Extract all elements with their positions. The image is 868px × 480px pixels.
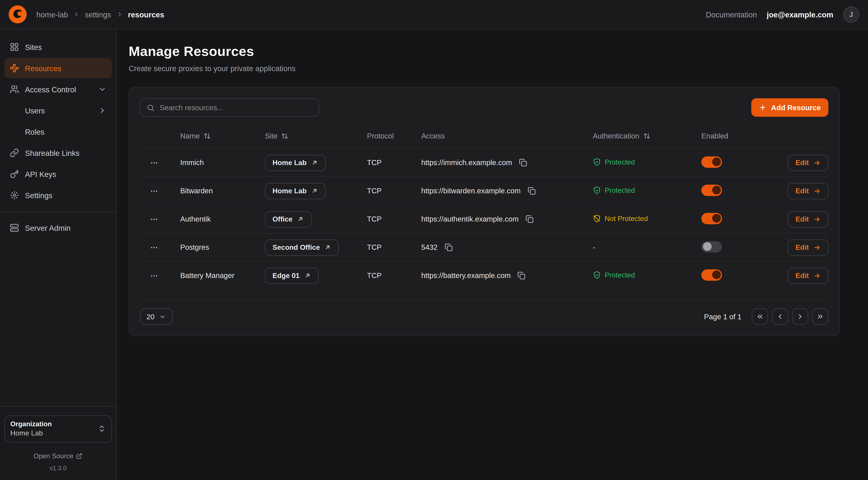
sidebar-item-label: Server Admin <box>25 223 70 232</box>
sidebar-item-label: Resources <box>25 64 61 72</box>
sidebar-item-resources[interactable]: Resources <box>4 58 112 78</box>
external-link-icon <box>324 244 331 251</box>
site-name: Home Lab <box>273 187 307 195</box>
sidebar-bottom: Organization Home Lab Open Source v1.3.0 <box>4 406 112 471</box>
access-value: https://immich.example.com <box>421 158 512 167</box>
open-source-link[interactable]: Open Source <box>4 452 112 460</box>
search-box <box>140 98 319 117</box>
edit-button[interactable]: Edit <box>788 183 828 199</box>
documentation-link[interactable]: Documentation <box>706 10 757 19</box>
resource-name: Postgres <box>180 243 265 251</box>
pagination-prev-button[interactable] <box>772 308 788 325</box>
sidebar-item-label: Access Control <box>25 85 76 94</box>
row-menu-button[interactable] <box>148 184 161 198</box>
edit-button[interactable]: Edit <box>788 239 828 256</box>
pagination: 20 Page 1 of 1 <box>140 299 828 325</box>
edit-button[interactable]: Edit <box>788 211 828 227</box>
copy-button[interactable] <box>526 185 537 197</box>
copy-button[interactable] <box>516 270 527 281</box>
organization-selector[interactable]: Organization Home Lab <box>4 415 112 443</box>
enabled-toggle[interactable] <box>701 184 722 196</box>
sidebar-item-shareable-links[interactable]: Shareable Links <box>4 143 112 163</box>
edit-label: Edit <box>796 243 809 251</box>
sidebar-item-sites[interactable]: Sites <box>4 37 112 57</box>
user-email[interactable]: joe@example.com <box>767 10 833 19</box>
edit-label: Edit <box>796 158 809 167</box>
site-link[interactable]: Home Lab <box>265 183 326 199</box>
arrow-right-icon <box>813 187 821 195</box>
sidebar-item-settings[interactable]: Settings <box>4 185 112 205</box>
chevron-left-icon <box>776 313 784 320</box>
server-icon <box>10 223 19 232</box>
search-input[interactable] <box>160 103 313 112</box>
toggle-knob <box>703 242 711 251</box>
sidebar-item-label: Roles <box>25 127 44 136</box>
app-logo-icon[interactable] <box>9 5 27 23</box>
enabled-toggle[interactable] <box>701 241 722 252</box>
auth-status: Protected <box>593 186 635 194</box>
avatar[interactable]: J <box>843 6 859 23</box>
site-link[interactable]: Office <box>265 211 312 227</box>
edit-label: Edit <box>796 215 809 223</box>
copy-button[interactable] <box>443 242 454 253</box>
column-header-name[interactable]: Name <box>180 132 265 140</box>
copy-button[interactable] <box>524 214 535 224</box>
row-menu-button[interactable] <box>148 269 161 282</box>
row-menu-button[interactable] <box>148 156 161 169</box>
column-header-access: Access <box>421 132 593 140</box>
sidebar-item-users[interactable]: Users <box>4 100 112 121</box>
sort-icon <box>281 132 288 139</box>
resources-card: Add Resource Name Site Protocol Acce <box>129 87 840 336</box>
access-value: 5432 <box>421 243 437 251</box>
search-icon <box>147 103 155 112</box>
copy-button[interactable] <box>518 157 528 168</box>
page-size-select[interactable]: 20 <box>140 308 173 325</box>
site-name: Edge 01 <box>273 271 300 280</box>
row-menu-button[interactable] <box>148 241 161 254</box>
protocol: TCP <box>367 158 421 167</box>
plus-icon <box>759 104 767 111</box>
access-value: https://authentik.example.com <box>421 215 519 223</box>
breadcrumb-org[interactable]: home-lab <box>36 10 68 19</box>
breadcrumb-current: resources <box>128 10 164 19</box>
sort-icon <box>643 132 650 139</box>
column-header-site[interactable]: Site <box>265 132 367 140</box>
sidebar-item-roles[interactable]: Roles <box>4 122 112 142</box>
sidebar-divider <box>0 406 116 407</box>
table-row: Postgres Second Office TCP 5432 - Edit <box>140 233 828 261</box>
sidebar-divider <box>0 212 116 212</box>
add-resource-button[interactable]: Add Resource <box>751 98 828 117</box>
site-link[interactable]: Home Lab <box>265 155 326 171</box>
sidebar-item-server-admin[interactable]: Server Admin <box>4 218 112 238</box>
sidebar-item-access-control[interactable]: Access Control <box>4 79 112 99</box>
edit-button[interactable]: Edit <box>788 155 828 171</box>
ellipsis-icon <box>150 243 158 252</box>
breadcrumb-settings[interactable]: settings <box>85 10 111 19</box>
auth-label: Protected <box>605 271 635 279</box>
pagination-next-button[interactable] <box>792 308 808 325</box>
pagination-first-button[interactable] <box>752 308 768 325</box>
auth-status: Protected <box>593 271 635 279</box>
pagination-last-button[interactable] <box>812 308 828 325</box>
page-title: Manage Resources <box>129 43 840 59</box>
row-menu-button[interactable] <box>148 213 161 226</box>
enabled-toggle[interactable] <box>701 269 722 280</box>
site-link[interactable]: Edge 01 <box>265 268 319 284</box>
ellipsis-icon <box>150 158 158 167</box>
chevrons-up-down-icon <box>98 425 106 433</box>
enabled-toggle[interactable] <box>701 156 722 168</box>
main-content: Manage Resources Create secure proxies t… <box>117 29 868 480</box>
table-row: Authentik Office TCP https://authentik.e… <box>140 205 828 233</box>
sidebar-item-api-keys[interactable]: API Keys <box>4 164 112 184</box>
arrow-right-icon <box>813 272 821 279</box>
column-header-authentication[interactable]: Authentication <box>593 132 701 140</box>
page-subtitle: Create secure proxies to your private ap… <box>129 64 840 73</box>
site-link[interactable]: Second Office <box>265 239 339 256</box>
resource-name: Bitwarden <box>180 187 265 195</box>
chevron-down-icon <box>159 313 166 320</box>
shield-off-icon <box>593 214 601 222</box>
enabled-toggle[interactable] <box>701 213 722 224</box>
chevron-right-icon <box>98 107 106 115</box>
edit-button[interactable]: Edit <box>788 268 828 284</box>
external-link-icon <box>311 187 318 194</box>
